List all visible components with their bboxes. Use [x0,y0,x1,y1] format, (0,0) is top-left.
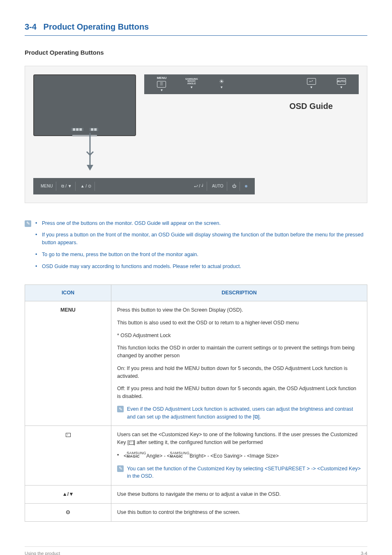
btn-custom-down: ⧉ / ▼ [58,182,75,191]
note-text: You can set the function of the Customiz… [127,465,361,481]
source-icon: ⮐ [307,78,316,85]
section-header: 3-4 Product Operating Buttons [25,21,367,36]
monitor-illustration [33,74,136,136]
table-row: ▲/▼ Use these buttons to navigate the me… [25,486,367,504]
cell-icon-nav: ▲/▼ [25,486,111,504]
cell-desc-custom: Users can set the <Customized Key> to on… [111,426,367,486]
th-desc: DESCRIPTION [111,285,367,301]
info-bullet: Press one of the buttons on the monitor.… [35,220,367,227]
cell-desc-nav: Use these buttons to navigate the menu o… [111,486,367,504]
page-footer: Using the product 3-4 [25,546,367,555]
illustration-panel: MENU ☰ ▼ SAMSUNGMAGICANGLE ▼ ☀ ▼ ⮐ ▼ [25,66,367,203]
btn-source-enter: ⮐ / ↵ [191,182,207,191]
samsung-magic-logo: SAMSUNGMAGIC [127,451,146,458]
btn-led [242,182,251,191]
osd-cell-auto: AUTO ▼ [328,78,355,90]
info-bullet: OSD Guide may vary according to function… [35,263,367,271]
samsung-magic-logo: SAMSUNGMAGIC [170,451,190,458]
footer-left: Using the product [25,550,60,555]
button-description-table: ICON DESCRIPTION MENU Press this button … [25,284,367,521]
osd-cell-source: ⮐ ▼ [298,78,325,90]
osd-cell-menu: MENU ☰ ▼ [148,76,175,93]
btn-menu: MENU [37,182,56,191]
note-icon: ✎ [117,406,124,412]
osd-cell-brightness: ☀ ▼ [208,78,235,90]
physical-button-strip: MENU ⧉ / ▼ ▲ / ⊙ ⮐ / ↵ AUTO ⏻ [33,178,255,194]
info-note-block: ✎ Press one of the buttons on the monito… [25,220,367,275]
subsection-title: Product Operating Buttons [25,48,367,58]
cell-icon-menu: MENU [25,301,111,426]
pointer-arrow-icon [82,133,98,174]
options-bullet: <SAMSUNGMAGICAngle> - <SAMSUNGMAGICBrigh… [117,451,361,460]
btn-auto: AUTO [209,182,227,191]
info-bullet: If you press a button on the front of th… [35,231,367,247]
svg-marker-0 [87,165,93,171]
section-number: 3-4 [25,22,37,31]
menu-icon: ☰ [157,81,166,88]
note-text: Even if the OSD Adjustment Lock function… [127,405,361,421]
section-title: Product Operating Buttons [44,22,149,31]
osd-guide-strip: MENU ☰ ▼ SAMSUNGMAGICANGLE ▼ ☀ ▼ ⮐ ▼ [144,74,359,94]
cell-icon-bright: ⊙ [25,503,111,521]
led-dot-icon [245,185,247,187]
btn-spacer [97,182,189,191]
table-row: ⊙ Use this button to control the brightn… [25,503,367,521]
note-icon: ✎ [25,220,31,227]
cell-desc-bright: Use this button to control the brightnes… [111,503,367,521]
cell-icon-custom [25,426,111,486]
auto-icon: AUTO [337,78,346,85]
custom-key-icon [129,441,134,445]
table-row: Users can set the <Customized Key> to on… [25,426,367,486]
brightness-icon: ☀ [217,78,226,85]
table-row: MENU Press this button to view the On Sc… [25,301,367,426]
cell-desc-menu: Press this button to view the On Screen … [111,301,367,426]
osd-guide-caption: OSD Guide [144,100,359,112]
osd-cell-angle: SAMSUNGMAGICANGLE ▼ [178,78,205,90]
info-bullet: To go to the menu, press the button on t… [35,251,367,259]
btn-up-bright: ▲ / ⊙ [77,182,95,191]
custom-key-icon [66,433,71,437]
th-icon: ICON [25,285,111,301]
note-icon: ✎ [117,465,124,472]
btn-power: ⏻ [229,182,240,191]
footer-right: 3-4 [361,550,367,555]
